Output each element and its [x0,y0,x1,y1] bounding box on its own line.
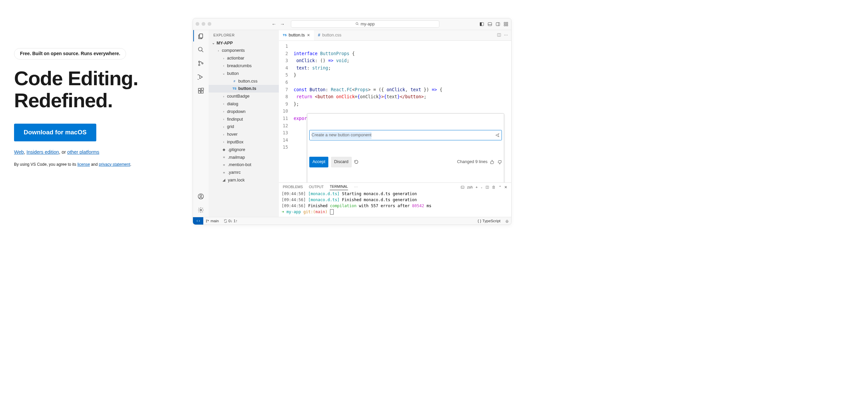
file-icon: ≡ [222,156,226,159]
more-actions-icon[interactable]: ⋯ [504,33,508,37]
code-editor[interactable]: 123456789101112131415 interface ButtonPr… [279,41,511,182]
tree-item[interactable]: ›grid [209,123,279,131]
layout-sidebar-right-icon[interactable] [496,22,500,26]
nav-back-icon[interactable]: ← [272,22,276,27]
remote-indicator[interactable] [193,217,203,225]
svg-point-31 [206,220,207,220]
terminal-dropdown-icon[interactable]: ⌄ [480,186,483,189]
tagline-pill: Free. Built on open source. Runs everywh… [14,48,126,60]
svg-rect-9 [506,22,508,23]
split-editor-icon[interactable] [497,33,501,37]
settings-gear-icon[interactable] [197,206,204,213]
maximize-panel-icon[interactable]: ⌃ [499,185,501,190]
tree-item[interactable]: ›breadcrumbs [209,62,279,70]
svg-marker-18 [200,75,203,79]
svg-rect-20 [198,91,200,93]
branch-status[interactable]: main [203,219,221,223]
inline-chat-panel: Create a new button component Accept Dis… [307,113,504,182]
css-icon: # [318,33,320,37]
tree-item[interactable]: ›actionbar [209,55,279,62]
tree-item[interactable]: ›inputBox [209,138,279,146]
thumbs-up-icon[interactable] [490,160,495,164]
svg-rect-8 [504,22,505,23]
extensions-icon[interactable] [197,87,204,94]
layout-sidebar-left-icon[interactable] [479,22,484,26]
thumbs-down-icon[interactable] [497,160,502,164]
discard-button[interactable]: Discard [331,157,352,167]
web-link[interactable]: Web [14,149,24,155]
svg-point-25 [200,209,202,211]
status-bar: main 0↓ 1↑ { }TypeScript [193,217,511,225]
panel-more-icon[interactable]: ⋯ [354,185,358,190]
close-panel-icon[interactable]: ✕ [504,185,507,190]
nav-forward-icon[interactable]: → [280,22,284,27]
panel-tab-terminal[interactable]: TERMINAL [330,185,348,190]
file-icon: ≡ [222,171,226,174]
svg-line-14 [202,51,203,52]
terminal-output[interactable]: [09:44:50] [monaco.d.ts] Starting monaco… [279,190,511,217]
language-status[interactable]: { }TypeScript [475,219,503,223]
tree-item[interactable]: ›dialog [209,100,279,108]
split-terminal-icon[interactable] [486,186,489,189]
search-icon [355,22,359,26]
tree-item[interactable]: #button.css [209,77,279,85]
tree-item[interactable]: ›hover [209,131,279,138]
tree-root[interactable]: ⌄MY-APP [209,39,279,47]
debug-icon[interactable] [197,73,204,80]
file-icon: ◆ [222,148,226,152]
svg-rect-19 [198,88,200,90]
layout-panel-icon[interactable] [488,22,492,26]
svg-rect-22 [201,88,203,90]
svg-point-15 [198,61,200,63]
svg-rect-11 [506,24,508,26]
accept-button[interactable]: Accept [309,157,329,167]
svg-rect-28 [461,186,464,189]
svg-line-1 [358,24,359,25]
traffic-lights[interactable] [195,22,211,26]
tree-item[interactable]: ◢yarn.lock [209,176,279,184]
tab-button-ts[interactable]: TS button.ts ✕ [279,30,314,40]
download-button[interactable]: Download for macOS [14,124,96,141]
file-icon: ◢ [222,178,226,182]
terminal-profile-icon[interactable] [461,186,464,189]
tree-item[interactable]: ⌄button [209,69,279,77]
notifications-icon[interactable] [503,219,511,223]
svg-point-17 [202,63,203,64]
source-control-icon[interactable] [197,60,204,67]
layout-customize-icon[interactable] [503,22,508,26]
tree-item[interactable]: ›countBadge [209,93,279,100]
tree-item[interactable]: ≡.yarnrc [209,169,279,176]
command-center-search[interactable]: my-app [291,21,439,28]
sync-status[interactable]: 0↓ 1↑ [221,219,240,223]
tree-item[interactable]: ≡.mention-bot [209,161,279,169]
tree-item[interactable]: ≡.mailmap [209,154,279,161]
insiders-link[interactable]: Insiders edition [26,149,59,155]
explorer-icon[interactable] [197,33,204,39]
tab-button-css[interactable]: # button.css [314,30,345,40]
new-terminal-icon[interactable]: + [475,185,477,189]
file-icon: # [232,79,237,83]
svg-rect-12 [199,34,203,38]
search-activity-icon[interactable] [197,46,204,53]
regenerate-icon[interactable] [354,160,359,164]
tree-item[interactable]: ›dropdown [209,108,279,115]
shell-name[interactable]: zsh [467,185,473,189]
trash-icon[interactable] [492,186,496,189]
close-tab-icon[interactable]: ✕ [307,33,310,37]
tree-item[interactable]: ›components [209,47,279,55]
account-icon[interactable] [197,193,204,200]
file-icon: TS [232,87,237,90]
panel-tab-problems[interactable]: PROBLEMS [283,185,303,190]
other-platforms-link[interactable]: other platforms [67,149,99,155]
send-icon[interactable] [495,133,499,137]
tree-item[interactable]: TSbutton.ts [209,85,279,93]
svg-rect-21 [201,91,203,93]
privacy-link[interactable]: privacy statement [99,162,130,167]
typescript-icon: TS [283,33,287,37]
tree-item[interactable]: ◆.gitignore [209,146,279,154]
license-link[interactable]: license [77,162,90,167]
tree-item[interactable]: ›findinput [209,115,279,123]
inline-chat-input[interactable]: Create a new button component [309,130,502,140]
svg-point-16 [198,65,200,66]
panel-tab-output[interactable]: OUTPUT [309,185,324,190]
